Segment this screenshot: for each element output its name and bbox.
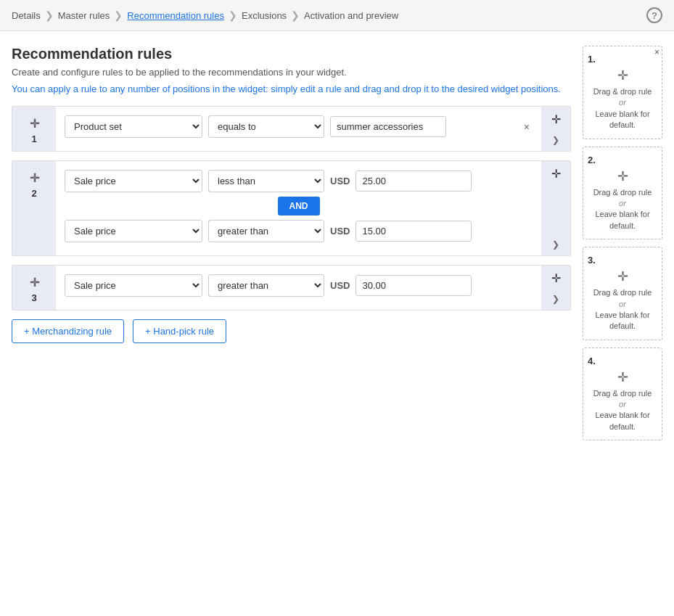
rule-card-3: ✛ 3 Sale price Product set Category Bran… (12, 265, 571, 311)
breadcrumb-item-details[interactable]: Details (12, 10, 41, 21)
help-button[interactable]: ? (646, 7, 662, 23)
drag-handle-3[interactable]: ✛ (30, 276, 39, 289)
rule-value-3-1[interactable] (356, 275, 472, 296)
rule-body-3: Sale price Product set Category Brand gr… (56, 266, 541, 310)
rule-add-icon-2[interactable]: ✛ (551, 167, 561, 181)
rule-row-2-1: Sale price Product set Category Brand le… (65, 170, 533, 192)
drop-zone-container-1: × 1. ✛ Drag & drop rule or Leave blank f… (583, 46, 662, 139)
drop-zone-container-3: 3. ✛ Drag & drop rule or Leave blank for… (583, 247, 662, 340)
rule-operator-1-1[interactable]: equals to not equals to (208, 115, 324, 138)
rule-operator-2-2[interactable]: greater than less than equals to (208, 220, 324, 242)
drop-zone-2[interactable]: 2. ✛ Drag & drop rule or Leave blank for… (583, 147, 662, 240)
rule-body-1: Product set Sale price Category Brand eq… (56, 107, 541, 151)
left-panel: Recommendation rules Create and configur… (12, 46, 571, 448)
currency-label-2-1: USD (330, 176, 350, 186)
rule-row-3-1: Sale price Product set Category Brand gr… (65, 274, 533, 297)
drag-handle-2[interactable]: ✛ (30, 171, 39, 185)
rule-close-1[interactable]: × (521, 120, 533, 134)
rule-expand-icon-1[interactable]: ❯ (552, 135, 559, 145)
rule-card-1: ✛ 1 Product set Sale price Category Bran… (12, 106, 571, 152)
page-title: Recommendation rules (12, 46, 571, 62)
breadcrumb-arrow-3: ❯ (229, 9, 237, 21)
rule-right-col-1: ✛ ❯ (541, 107, 570, 151)
add-handpick-rule-button[interactable]: + Hand-pick rule (133, 319, 226, 343)
add-rule-row: + Merchandizing rule + Hand-pick rule (12, 319, 571, 343)
rule-right-col-2: ✛ ❯ (541, 161, 570, 255)
page-subtitle: Create and configure rules to be applied… (12, 67, 571, 78)
breadcrumb-arrow-4: ❯ (291, 9, 300, 21)
drop-zone-4[interactable]: 4. ✛ Drag & drop rule or Leave blank for… (583, 348, 662, 441)
breadcrumb-arrow-2: ❯ (114, 9, 123, 21)
currency-label-3-1: USD (330, 280, 350, 291)
drag-handle-1[interactable]: ✛ (30, 117, 39, 131)
drop-zone-1[interactable]: 1. ✛ Drag & drop rule or Leave blank for… (583, 46, 662, 139)
rule-number-col-3: ✛ 3 (12, 266, 56, 310)
rule-row-2-2: Sale price Product set Category Brand gr… (65, 220, 533, 242)
rule-operator-3-1[interactable]: greater than less than equals to (208, 274, 324, 297)
drop-zone-close-1[interactable]: × (654, 47, 659, 57)
and-connector-button[interactable]: AND (278, 197, 320, 215)
rule-expand-icon-2[interactable]: ❯ (552, 239, 559, 250)
rule-expand-icon-3[interactable]: ❯ (552, 294, 559, 304)
rule-number-col-1: ✛ 1 (12, 107, 56, 151)
rule-number-col-2: ✛ 2 (12, 161, 56, 255)
rule-value-2-1[interactable] (356, 171, 472, 192)
rule-row-1-1: Product set Sale price Category Brand eq… (65, 115, 533, 138)
breadcrumb-arrow-1: ❯ (45, 9, 54, 21)
rule-add-icon-3[interactable]: ✛ (551, 271, 561, 285)
breadcrumb-item-recommendation-rules[interactable]: Recommendation rules (127, 10, 224, 21)
drop-zone-3[interactable]: 3. ✛ Drag & drop rule or Leave blank for… (583, 247, 662, 340)
rule-field-2-2[interactable]: Sale price Product set Category Brand (65, 220, 202, 242)
currency-label-2-2: USD (330, 226, 350, 237)
rule-right-col-3: ✛ ❯ (541, 266, 570, 310)
rule-value-1-1[interactable] (330, 116, 446, 137)
right-panel: × 1. ✛ Drag & drop rule or Leave blank f… (583, 46, 662, 448)
rule-body-2: Sale price Product set Category Brand le… (56, 161, 541, 255)
add-merchandizing-rule-button[interactable]: + Merchandizing rule (12, 319, 124, 343)
drop-drag-icon-4: ✛ (588, 369, 657, 385)
rule-field-2-1[interactable]: Sale price Product set Category Brand (65, 170, 202, 192)
drop-drag-icon-3: ✛ (588, 268, 657, 284)
breadcrumb: Details ❯ Master rules ❯ Recommendation … (0, 0, 674, 31)
rule-field-3-1[interactable]: Sale price Product set Category Brand (65, 274, 202, 297)
drop-zone-container-2: 2. ✛ Drag & drop rule or Leave blank for… (583, 147, 662, 240)
page-hint: You can apply a rule to any number of po… (12, 83, 571, 94)
rule-card-2: ✛ 2 Sale price Product set Category Bran… (12, 160, 571, 256)
drop-drag-icon-1: ✛ (588, 67, 657, 83)
rule-add-icon-1[interactable]: ✛ (551, 112, 561, 126)
breadcrumb-item-exclusions[interactable]: Exclusions (242, 10, 287, 21)
breadcrumb-item-master-rules[interactable]: Master rules (58, 10, 110, 21)
drop-zone-container-4: 4. ✛ Drag & drop rule or Leave blank for… (583, 348, 662, 441)
rule-operator-2-1[interactable]: less than greater than equals to (208, 170, 324, 192)
drop-drag-icon-2: ✛ (588, 168, 657, 184)
rule-value-2-2[interactable] (356, 221, 472, 242)
rule-field-1-1[interactable]: Product set Sale price Category Brand (65, 115, 202, 138)
breadcrumb-item-activation[interactable]: Activation and preview (304, 10, 398, 21)
main-content: Recommendation rules Create and configur… (0, 31, 674, 462)
